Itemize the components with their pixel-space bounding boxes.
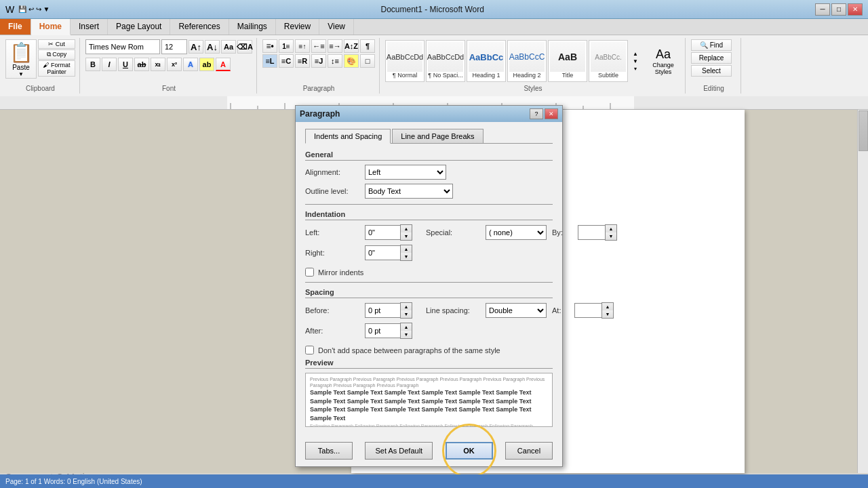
align-right-button[interactable]: ≡R (295, 54, 310, 68)
grow-font-button[interactable]: A↑ (189, 40, 203, 54)
multilevel-button[interactable]: ≡↑ (295, 39, 310, 53)
dont-add-space-checkbox[interactable] (305, 346, 314, 354)
at-up[interactable]: ▲ (602, 303, 613, 310)
before-label: Before: (305, 306, 359, 314)
numbering-button[interactable]: 1≡ (279, 39, 294, 53)
indent-right-up[interactable]: ▲ (401, 245, 412, 253)
tab-review[interactable]: Review (276, 19, 319, 35)
bold-button[interactable]: B (85, 58, 100, 71)
style-heading2[interactable]: AaBbCcC Heading 2 (507, 40, 547, 82)
close-button[interactable]: ✕ (848, 3, 863, 16)
style-title[interactable]: AaB Title (548, 40, 587, 82)
minimize-button[interactable]: ─ (815, 3, 830, 16)
clear-format-button[interactable]: ⌫A (237, 40, 252, 54)
by-down[interactable]: ▼ (606, 232, 616, 240)
special-select[interactable]: ( none) (486, 225, 547, 240)
dialog-help-button[interactable]: ? (530, 108, 543, 119)
format-painter-button[interactable]: 🖌 Format Painter (38, 60, 75, 77)
tabs-button[interactable]: Tabs... (305, 442, 353, 460)
dialog-close-button[interactable]: ✕ (545, 108, 558, 119)
before-down[interactable]: ▼ (401, 310, 412, 318)
cut-button[interactable]: ✂ Cut (38, 39, 75, 49)
indent-left-down[interactable]: ▼ (401, 232, 412, 240)
increase-indent-button[interactable]: ≡→ (328, 39, 342, 53)
indent-right-down[interactable]: ▼ (401, 253, 412, 260)
change-case-button[interactable]: Aa (221, 40, 236, 54)
after-up[interactable]: ▲ (401, 323, 412, 331)
tab-insert[interactable]: Insert (71, 19, 108, 35)
tab-view[interactable]: View (319, 19, 354, 35)
select-button[interactable]: Select (691, 65, 732, 77)
set-default-button[interactable]: Set As Default (365, 442, 433, 460)
align-center-button[interactable]: ≡C (279, 54, 294, 68)
tab-mailings[interactable]: Mailings (229, 19, 276, 35)
tab-references[interactable]: References (170, 19, 229, 35)
at-input[interactable] (574, 303, 601, 318)
maximize-button[interactable]: □ (831, 3, 846, 16)
font-size-input[interactable] (161, 39, 187, 54)
style-no-spacing[interactable]: AaBbCcDd ¶ No Spaci... (426, 40, 465, 82)
shrink-font-button[interactable]: A↓ (205, 40, 220, 54)
indentation-section-title: Indentation (305, 210, 553, 220)
styles-down[interactable]: ▼ (633, 58, 638, 64)
at-down[interactable]: ▼ (602, 310, 613, 318)
tab-file[interactable]: File (0, 19, 31, 35)
change-styles-button[interactable]: Aa Change Styles (646, 46, 681, 77)
cancel-button[interactable]: Cancel (505, 442, 553, 460)
indent-left-up[interactable]: ▲ (401, 225, 412, 232)
style-normal[interactable]: AaBbCcDd ¶ Normal (385, 40, 425, 82)
change-styles-icon: Aa (656, 47, 671, 62)
italic-button[interactable]: I (102, 58, 117, 71)
find-button[interactable]: 🔍 Find (691, 39, 732, 51)
mirror-indents-label: Mirror indents (318, 268, 363, 277)
tab-indents-spacing[interactable]: Indents and Spacing (305, 129, 391, 144)
paste-dropdown[interactable]: ▼ (18, 71, 24, 77)
after-input[interactable] (365, 323, 400, 338)
paste-button[interactable]: 📋 Paste ▼ (5, 39, 37, 79)
styles-scroll[interactable]: ▲ ▼ ▾ (629, 40, 642, 82)
replace-button[interactable]: Replace (691, 52, 732, 64)
font-name-input[interactable] (85, 39, 160, 54)
copy-button[interactable]: ⧉ Copy (38, 49, 75, 60)
by-up[interactable]: ▲ (606, 225, 616, 232)
style-heading1[interactable]: AaBbCc Heading 1 (467, 40, 506, 82)
text-highlight-button[interactable]: ab (199, 58, 214, 71)
font-color-button[interactable]: A (216, 58, 231, 71)
border-button[interactable]: □ (360, 54, 375, 68)
show-hide-button[interactable]: ¶ (360, 39, 375, 53)
status-text: Page: 1 of 1 Words: 0 English (United St… (5, 478, 142, 485)
vertical-scrollbar[interactable] (857, 110, 868, 473)
tab-page-layout[interactable]: Page Layout (108, 19, 170, 35)
status-bar: Page: 1 of 1 Words: 0 English (United St… (0, 474, 868, 488)
ok-button[interactable]: OK (446, 442, 493, 460)
line-spacing-select[interactable]: Double (486, 303, 547, 318)
superscript-button[interactable]: x² (167, 58, 182, 71)
styles-up[interactable]: ▲ (633, 51, 638, 57)
tab-line-page-breaks[interactable]: Line and Page Breaks (392, 129, 483, 143)
style-subtitle[interactable]: AaBbCc. Subtitle (589, 40, 628, 82)
scrollbar-thumb[interactable] (859, 110, 868, 151)
justify-button[interactable]: ≡J (311, 54, 326, 68)
text-effect-button[interactable]: A (183, 58, 198, 71)
indent-right-input[interactable] (365, 245, 400, 260)
line-spacing-button[interactable]: ↕≡ (328, 54, 342, 68)
decrease-indent-button[interactable]: ←≡ (311, 39, 326, 53)
align-left-button[interactable]: ≡L (262, 54, 277, 68)
mirror-indents-checkbox[interactable] (305, 268, 314, 277)
before-input[interactable] (365, 303, 400, 318)
strikethrough-button[interactable]: ab (134, 58, 149, 71)
styles-expand[interactable]: ▾ (634, 66, 637, 72)
by-input[interactable] (578, 225, 605, 240)
alignment-select[interactable]: Left (365, 165, 446, 180)
sort-button[interactable]: A↕Z (344, 39, 359, 53)
before-up[interactable]: ▲ (401, 303, 412, 310)
outline-select[interactable]: Body Text (365, 184, 453, 199)
subscript-button[interactable]: x₂ (151, 58, 165, 71)
line-spacing-row: Line spacing: Double At: ▲ ▼ (426, 302, 614, 319)
after-down[interactable]: ▼ (401, 331, 412, 338)
shading-button[interactable]: 🎨 (344, 54, 359, 68)
tab-home[interactable]: Home (31, 19, 71, 35)
bullets-button[interactable]: ≡• (262, 39, 277, 53)
underline-button[interactable]: U (118, 58, 133, 71)
indent-left-input[interactable] (365, 225, 400, 240)
